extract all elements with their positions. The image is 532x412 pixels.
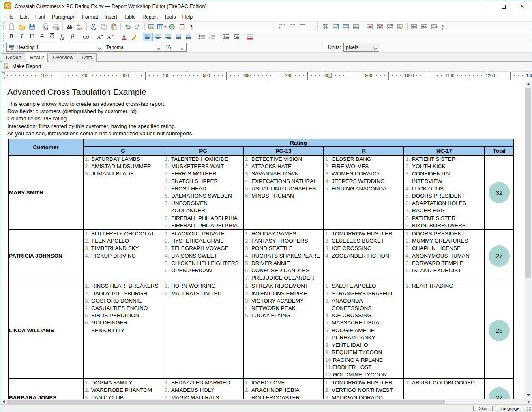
insert-row-above-button[interactable] [341,23,351,31]
font-family-select[interactable]: Tahoma [104,43,162,52]
sort-button[interactable]: az [440,23,450,31]
scroll-left-button[interactable] [0,399,7,405]
overline-button[interactable]: O [47,33,57,41]
skin-button[interactable]: Skin [473,406,493,411]
resize-grip[interactable] [527,407,531,411]
insert-row-below-button[interactable] [351,23,361,31]
copy-button[interactable] [99,23,109,31]
film-number: 1. [245,230,251,237]
open-button[interactable] [17,23,27,31]
horizontal-scroll-thumb[interactable] [7,400,445,404]
undo-button[interactable] [122,23,133,31]
redo-button[interactable] [133,23,143,31]
menu-item-font[interactable]: Font [32,13,49,21]
units-select[interactable]: pixels [343,43,379,52]
paragraph-style-select[interactable]: a Heading 1 [6,43,103,52]
scroll-up-button[interactable] [525,81,532,88]
delete-row-button[interactable] [375,23,385,31]
underline-button[interactable]: U [27,33,37,41]
numbered-list-button[interactable]: 12 [207,33,217,41]
insert-image-button[interactable] [146,23,157,31]
paste-button[interactable] [109,23,119,31]
menu-item-report[interactable]: Report [139,13,161,21]
print-preview-button[interactable] [41,23,51,31]
align-justify-button[interactable] [173,33,183,41]
replace-button[interactable]: abac [75,23,85,31]
subscript-button[interactable]: f₂ [57,33,67,41]
toolbar-grip[interactable] [3,44,5,51]
intro-line: As you can see, intersections contain no… [7,130,523,137]
toolbar-grip[interactable] [3,23,5,30]
tab-data[interactable]: Data [78,53,96,62]
decrease-indent-button[interactable] [221,33,231,41]
menu-item-tools[interactable]: Tools [161,13,179,21]
menu-item-format[interactable]: Format [79,13,101,21]
film-number: 9. [165,222,171,229]
maximize-button[interactable] [494,0,513,13]
split-table-button[interactable] [429,23,440,31]
grow-font-button[interactable]: A [95,33,105,41]
ruler-margin-marker[interactable] [328,73,332,78]
italic-button[interactable]: I [17,33,27,41]
page-border-box-button[interactable] [297,23,307,31]
paragraph-color-button[interactable] [245,33,255,41]
bold-button[interactable]: B [6,33,17,41]
vertical-scrollbar[interactable] [525,81,532,399]
print-button[interactable] [51,23,61,31]
new-document-button[interactable] [6,23,17,31]
film-title: ARACHNOPHOBIA ROLLERCOASTER [251,386,321,399]
insert-column-left-button[interactable] [321,23,331,31]
view-tabs: DesignResultOverviewData [0,52,532,62]
page-border-none-button[interactable] [277,23,287,31]
tab-overview[interactable]: Overview [49,53,77,62]
toolbar-grip[interactable] [3,33,5,41]
save-button[interactable] [27,23,37,31]
font-size-select[interactable]: 16 [163,43,187,52]
menu-item-table[interactable]: Table [120,13,139,21]
merge-cells-button[interactable] [409,23,419,31]
vertical-scroll-thumb[interactable] [525,88,531,278]
align-left-button[interactable] [143,33,153,41]
formatting-marks-button[interactable]: ¶ [187,23,197,31]
menu-item-paragraph[interactable]: Paragraph [49,13,79,21]
toolbar-grip[interactable] [317,23,319,30]
table-properties-button[interactable] [395,23,405,31]
align-right-button[interactable] [163,33,173,41]
superscript-button[interactable]: f² [67,33,77,41]
toolbar-grip[interactable] [324,44,326,51]
menu-item-file[interactable]: File [2,13,17,21]
bullet-list-button[interactable] [197,33,207,41]
tab-design[interactable]: Design [2,53,25,62]
minimize-button[interactable]: – [476,0,494,13]
shrink-font-button[interactable]: A [105,33,115,41]
page-border-inner-button[interactable] [287,23,297,31]
language-button[interactable]: Language [495,406,525,411]
find-button[interactable] [64,23,75,31]
glasses-button[interactable] [81,33,91,41]
insert-table-button[interactable]: ▾ [157,23,167,31]
scroll-down-button[interactable] [525,392,532,399]
delete-column-button[interactable] [365,23,375,31]
delete-table-button[interactable] [385,23,395,31]
insert-document-button[interactable] [177,23,187,31]
make-report-button[interactable]: Make Report [12,64,41,69]
strikethrough-button[interactable]: S [37,33,47,41]
fit-width-button[interactable] [183,33,193,41]
close-button[interactable]: × [513,0,532,13]
split-cells-button[interactable] [419,23,429,31]
increase-indent-button[interactable] [231,33,241,41]
align-center-button[interactable] [153,33,163,41]
hyperlink-button[interactable] [167,23,177,31]
insert-column-right-button[interactable] [331,23,341,31]
highlight-color-button[interactable] [129,33,139,41]
tab-result[interactable]: Result [26,53,48,62]
horizontal-scrollbar[interactable] [0,399,532,404]
film-item: 6.CONFUSED CANDLES [244,267,323,274]
new-document-icon [9,23,15,30]
scroll-right-button[interactable] [525,399,532,405]
cut-button[interactable] [88,23,99,31]
menu-item-insert[interactable]: Insert [101,13,120,21]
menu-item-edit[interactable]: Edit [17,13,32,21]
menu-item-help[interactable]: Help [179,13,196,21]
font-color-button[interactable]: A [119,33,129,41]
